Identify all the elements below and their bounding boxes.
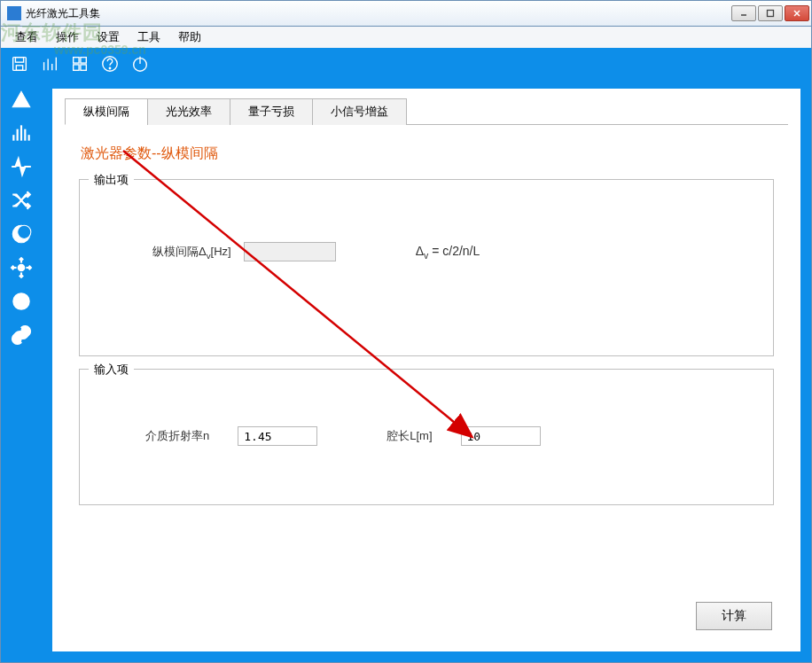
refractive-index-label: 介质折射率n — [145, 428, 209, 444]
svg-rect-6 — [16, 66, 22, 71]
sidebar — [1, 80, 42, 662]
svg-point-16 — [109, 67, 110, 68]
tool-power-icon[interactable] — [129, 52, 152, 75]
sidebar-bars-icon[interactable] — [7, 119, 35, 147]
output-group-label: 输出项 — [89, 172, 134, 188]
menu-settings[interactable]: 设置 — [88, 27, 129, 48]
svg-point-26 — [18, 225, 31, 238]
window-title: 光纤激光工具集 — [26, 6, 731, 21]
svg-rect-13 — [74, 65, 79, 70]
tool-help-icon[interactable] — [98, 52, 121, 75]
tab-quantum-loss[interactable]: 量子亏损 — [230, 98, 313, 125]
toolbar — [0, 48, 812, 80]
tool-save-icon[interactable] — [8, 52, 31, 75]
svg-marker-19 — [12, 91, 30, 106]
input-group-label: 输入项 — [89, 362, 134, 378]
menu-tools[interactable]: 工具 — [129, 27, 169, 48]
formula-text: Δv = c/2/n/L — [416, 244, 480, 261]
tab-longitudinal-mode[interactable]: 纵模间隔 — [65, 98, 148, 125]
input-group: 输入项 介质折射率n 腔长L[m] — [79, 369, 774, 505]
tab-small-signal-gain[interactable]: 小信号增益 — [312, 98, 407, 125]
calculate-button[interactable]: 计算 — [696, 602, 772, 630]
window-titlebar: 光纤激光工具集 — [0, 0, 812, 27]
sidebar-target-icon[interactable] — [7, 287, 35, 316]
tab-efficiency[interactable]: 光光效率 — [147, 98, 230, 125]
cavity-length-label: 腔长L[m] — [386, 428, 432, 444]
main-panel: 纵模间隔 光光效率 量子亏损 小信号增益 激光器参数--纵模间隔 输出项 纵模间… — [52, 89, 800, 651]
svg-rect-1 — [768, 11, 774, 17]
cavity-length-input[interactable] — [461, 426, 541, 446]
svg-point-33 — [19, 299, 25, 305]
tool-bars-icon[interactable] — [38, 52, 61, 75]
svg-rect-14 — [81, 65, 86, 70]
output-group: 输出项 纵模间隔Δv[Hz] Δv = c/2/n/L — [79, 179, 774, 356]
output-delta-label: 纵模间隔Δv[Hz] — [152, 244, 231, 261]
minimize-button[interactable] — [731, 5, 756, 21]
menu-operation[interactable]: 操作 — [47, 27, 88, 48]
sidebar-link-icon[interactable] — [7, 321, 35, 349]
menu-help[interactable]: 帮助 — [169, 27, 210, 48]
app-icon — [7, 6, 21, 20]
menubar: 河东软件园 www.pc0359.cn 查看 操作 设置 工具 帮助 — [0, 27, 812, 48]
svg-rect-12 — [81, 58, 86, 63]
svg-rect-5 — [15, 58, 23, 63]
refractive-index-input[interactable] — [238, 426, 317, 446]
sidebar-shuffle-icon[interactable] — [7, 186, 35, 214]
sidebar-eclipse-icon[interactable] — [7, 220, 35, 248]
section-title: 激光器参数--纵模间隔 — [81, 144, 788, 163]
svg-rect-11 — [74, 58, 79, 63]
output-delta-input[interactable] — [244, 242, 336, 261]
sidebar-pulse-icon[interactable] — [7, 152, 35, 181]
close-button[interactable] — [785, 5, 809, 21]
tab-row: 纵模间隔 光光效率 量子亏损 小信号增益 — [65, 98, 788, 125]
tool-grid-icon[interactable] — [68, 52, 91, 75]
sidebar-expand-icon[interactable] — [7, 254, 35, 282]
sidebar-pyramid-icon[interactable] — [7, 85, 35, 113]
menu-view[interactable]: 查看 — [6, 27, 47, 48]
svg-point-27 — [19, 265, 25, 271]
maximize-button[interactable] — [758, 5, 783, 21]
